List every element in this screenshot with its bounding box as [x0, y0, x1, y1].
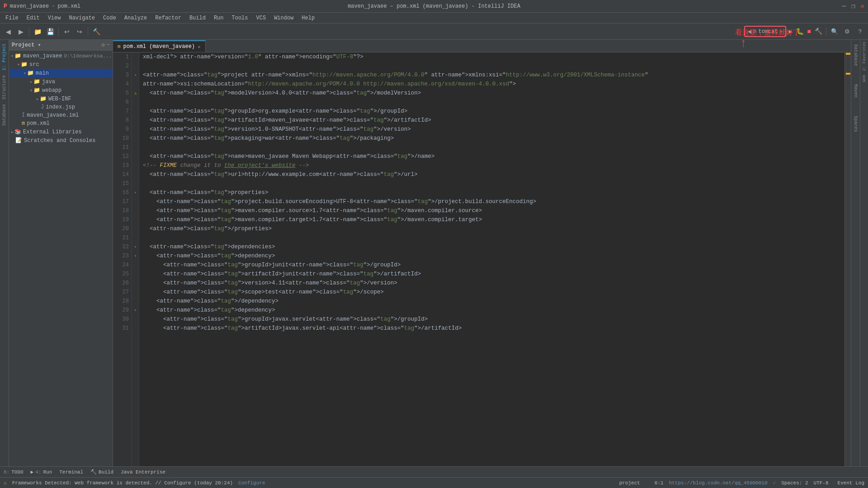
run-config-dropdown[interactable]: ▾: [780, 29, 783, 34]
tree-item-java[interactable]: ▸📁java: [9, 77, 113, 86]
web-icon[interactable]: Web: [860, 73, 868, 84]
menu-item-view[interactable]: View: [44, 14, 65, 22]
build-tab[interactable]: 🔨 Build: [90, 469, 113, 475]
line-num-15: 15: [113, 179, 129, 188]
url[interactable]: https://blog.csdn.net/qq_45900010: [669, 480, 768, 486]
code-line-11: [143, 143, 841, 152]
gutter-cell-18: [132, 206, 139, 215]
help-button[interactable]: ?: [854, 26, 865, 37]
gutter-cell-26: [132, 279, 139, 288]
database-right-tab[interactable]: Database: [852, 42, 859, 69]
editor-tab-pom-xml[interactable]: m pom.xml (maven_javaee) ✕: [113, 40, 206, 52]
run-config-box[interactable]: ◀ m tomcat ▾: [744, 26, 786, 37]
tree-item-external-libraries[interactable]: ▸📚External Libraries: [9, 128, 113, 136]
framework-warning-text: Frameworks Detected: Web framework is de…: [12, 480, 233, 486]
event-log[interactable]: Event Log: [838, 480, 864, 486]
debug-button[interactable]: 🐛: [796, 28, 804, 35]
open-button[interactable]: 📁: [32, 26, 43, 37]
tree-item-src[interactable]: ▾📁src: [9, 60, 113, 69]
tree-item-maven-javaee-iml[interactable]: Imaven_javaee.iml: [9, 111, 113, 119]
tree-item-label: maven_javaee: [23, 53, 62, 59]
structure-sidebar-icon[interactable]: Structure: [1, 73, 8, 101]
fold-arrow[interactable]: ▾: [134, 244, 137, 250]
close-button[interactable]: ✕: [861, 2, 864, 10]
back-nav-icon: ◀: [748, 28, 751, 35]
spaces-right-tab[interactable]: Spaces: [852, 113, 859, 135]
search-button[interactable]: 🔍: [829, 26, 840, 37]
run-button[interactable]: ▶: [789, 28, 793, 35]
maven-right-tab[interactable]: Maven: [852, 81, 859, 100]
gutter-cell-30: [132, 315, 139, 324]
scratches-icon: 📝: [15, 137, 22, 144]
file-tree: ▾📁maven_javaeeD:\IdeaWorksa...▾📁src▾📁mai…: [9, 51, 113, 466]
project-panel: Project ▾ ⚙ — ▾📁maven_javaeeD:\IdeaWorks…: [9, 40, 113, 466]
todo-tab[interactable]: 6: TODO: [4, 469, 24, 475]
menu-item-refactor[interactable]: Refactor: [151, 14, 185, 22]
database-sidebar-icon[interactable]: Database: [1, 102, 8, 128]
window-controls: — ❐ ✕: [842, 2, 864, 10]
menu-item-window[interactable]: Window: [270, 14, 297, 22]
stop-button[interactable]: ■: [807, 28, 811, 35]
todo-tab-label: TODO: [11, 469, 23, 475]
project-sidebar-icon[interactable]: 1: Project: [1, 42, 8, 72]
panel-settings-icon[interactable]: ⚙: [102, 42, 105, 48]
line-num-4: 4: [113, 80, 129, 89]
menu-item-build[interactable]: Build: [186, 14, 209, 22]
menu-item-help[interactable]: Help: [298, 14, 318, 22]
back-button[interactable]: ◀: [3, 26, 14, 37]
app-logo: P: [4, 3, 7, 9]
tree-item-scratches[interactable]: 📝Scratches and Consoles: [9, 136, 113, 145]
gutter-cell-5: ⚠: [132, 89, 139, 98]
fold-arrow[interactable]: ▾: [134, 72, 137, 78]
code-line-15: [143, 179, 841, 188]
forward-button[interactable]: ▶: [15, 26, 26, 37]
run-tab[interactable]: ▶ 4: Run: [31, 469, 52, 475]
fold-arrow[interactable]: ▾: [134, 190, 137, 195]
tree-item-webapp[interactable]: ▾📁webapp: [9, 86, 113, 95]
fold-arrow[interactable]: ▾: [134, 308, 137, 313]
terminal-tab[interactable]: Terminal: [59, 469, 83, 475]
tree-item-label: src: [29, 62, 111, 68]
gutter-cell-19: [132, 215, 139, 224]
line-num-30: 30: [113, 315, 129, 324]
redo-button[interactable]: ↪: [74, 26, 85, 37]
menu-item-file[interactable]: File: [2, 14, 22, 22]
configure-link[interactable]: Configure: [238, 480, 265, 486]
tree-item-pom-xml[interactable]: mpom.xml: [9, 119, 113, 128]
menu-item-edit[interactable]: Edit: [23, 14, 43, 22]
minimize-button[interactable]: —: [842, 2, 846, 10]
fold-arrow[interactable]: ▾: [134, 253, 137, 259]
line-num-11: 11: [113, 143, 129, 152]
save-button[interactable]: 💾: [45, 26, 56, 37]
java-enterprise-tab[interactable]: Java Enterprise: [121, 469, 165, 475]
line-num-3: 3: [113, 71, 129, 80]
tree-item-maven-javaee[interactable]: ▾📁maven_javaeeD:\IdeaWorksa...: [9, 52, 113, 60]
tab-close-button[interactable]: ✕: [198, 44, 201, 50]
menu-item-analyze[interactable]: Analyze: [121, 14, 151, 22]
tree-item-web-inf[interactable]: ▸📁WEB-INF: [9, 95, 113, 103]
tree-item-index-jsp[interactable]: Jindex.jsp: [9, 103, 113, 111]
gutter-cell-4: [132, 80, 139, 89]
panel-minimize-icon[interactable]: —: [107, 42, 110, 48]
menu-item-vcs[interactable]: VCS: [253, 14, 270, 22]
right-sidebar: Database Maven Spaces: [851, 40, 860, 466]
tree-item-main[interactable]: ▾📁main: [9, 69, 113, 77]
gutter-cell-1: [132, 52, 139, 62]
code-area[interactable]: xml-decl"> attr-name">version="1.0" attr…: [139, 52, 844, 466]
line-num-6: 6: [113, 98, 129, 107]
menu-item-code[interactable]: Code: [99, 14, 120, 22]
library-icon: 📚: [14, 128, 21, 135]
menu-item-run[interactable]: Run: [210, 14, 227, 22]
line-num-16: 16: [113, 188, 129, 197]
undo-button[interactable]: ↩: [61, 26, 72, 37]
settings-button[interactable]: ⚙: [842, 26, 853, 37]
build-button[interactable]: 🔨: [91, 26, 102, 37]
favorites-icon[interactable]: 2: Favorites: [860, 40, 868, 73]
build-project-button[interactable]: 🔨: [815, 28, 822, 35]
gutter-cell-23: ▾: [132, 251, 139, 261]
tab-xml-icon: m: [118, 44, 121, 49]
line-num-17: 17: [113, 197, 129, 206]
menu-item-tools[interactable]: Tools: [228, 14, 252, 22]
maximize-button[interactable]: ❐: [851, 2, 855, 10]
menu-item-navigate[interactable]: Navigate: [65, 14, 99, 22]
